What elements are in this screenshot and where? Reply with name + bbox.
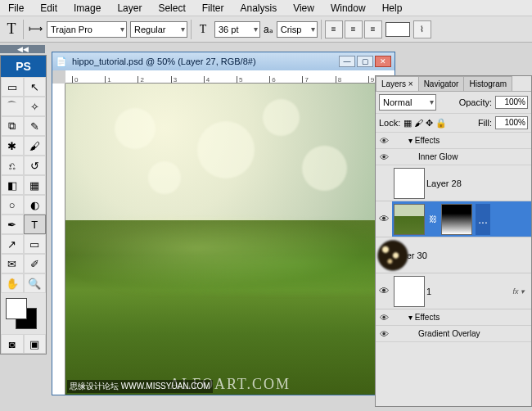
blend-mode-dropdown[interactable]: Normal [379,94,436,111]
tool-preset-icon[interactable]: T [3,21,20,38]
history-brush-tool[interactable]: ↺ [24,156,47,175]
font-size-dropdown[interactable]: 36 pt [214,21,260,38]
close-button[interactable]: ✕ [375,56,391,67]
layers-panel: Layers × Navigator Histogram Normal Opac… [375,75,532,407]
effects-row[interactable]: 👁 ▾ Effects [376,309,531,326]
pen-tool[interactable]: ✒ [1,215,24,234]
visibility-toggle[interactable]: 👁 [376,329,392,339]
layer-name[interactable]: 1 [426,287,431,296]
tab-histogram[interactable]: Histogram [463,76,512,91]
gradient-tool[interactable]: ▦ [24,175,47,195]
warp-text-button[interactable]: ⌇ [413,20,431,38]
maximize-button[interactable]: ▢ [357,56,373,67]
layer-thumbnail[interactable] [394,168,425,199]
notes-tool[interactable]: ✉ [1,254,24,273]
tab-navigator[interactable]: Navigator [418,76,465,91]
layer-thumbnail[interactable] [394,276,425,307]
visibility-toggle[interactable]: 👁 [376,152,392,162]
lock-transparency-icon[interactable]: ▦ [404,118,412,129]
effects-row[interactable]: 👁 ▾ Effects [376,133,531,149]
stamp-tool[interactable]: ⎌ [1,156,24,175]
effect-gradient-overlay[interactable]: 👁 Gradient Overlay [376,326,531,342]
visibility-toggle[interactable]: 👁 [376,136,392,146]
magic-wand-tool[interactable]: ✧ [24,97,47,116]
font-style-dropdown[interactable]: Regular [130,21,187,38]
menu-edit[interactable]: Edit [32,0,65,16]
menu-window[interactable]: Window [322,0,374,16]
ruler-mark: 5 [237,76,242,83]
menu-help[interactable]: Help [374,0,411,16]
visibility-toggle[interactable]: 👁 [376,313,392,323]
fill-label: Fill: [478,118,492,128]
layer-thumbnail[interactable] [394,204,425,235]
blur-tool[interactable]: ○ [1,195,24,215]
menu-select[interactable]: Select [150,0,193,16]
zoom-tool[interactable]: 🔍 [24,273,47,293]
anti-alias-dropdown[interactable]: Crisp [277,21,318,38]
eraser-tool[interactable]: ◧ [1,175,24,195]
document-titlebar[interactable]: 📄 hippo_tutorial.psd @ 50% (Layer 27, RG… [52,52,394,70]
fx-badge[interactable]: fx ▾ [512,287,531,296]
layer-row[interactable]: 👁 1 fx ▾ [376,273,531,309]
menu-view[interactable]: View [285,0,322,16]
lock-all-icon[interactable]: 🔒 [435,118,447,129]
shape-tool[interactable]: ▭ [24,234,47,254]
minimize-button[interactable]: — [339,56,355,67]
layer-mask-thumbnail[interactable] [441,204,472,235]
separator [23,20,24,39]
ruler-mark: 4 [204,76,210,83]
effect-inner-glow[interactable]: 👁 Inner Glow [376,149,531,165]
text-color-swatch[interactable] [385,22,410,37]
ruler-mark: 0 [72,76,78,83]
crop-tool[interactable]: ⧉ [1,116,24,136]
marquee-tool[interactable]: ▭ [1,77,24,97]
ruler-mark: 8 [336,76,341,83]
color-swatches[interactable] [1,293,46,334]
layer-row-selected[interactable]: 👁 ⛓ ... [376,201,531,237]
lasso-tool[interactable]: ⌒ [1,97,24,116]
font-family-dropdown[interactable]: Trajan Pro [47,21,127,38]
layer-thumbnail[interactable] [377,240,408,271]
visibility-toggle[interactable]: 👁 [376,201,392,237]
hand-tool[interactable]: ✋ [1,273,24,293]
healing-brush-tool[interactable]: ✱ [1,136,24,156]
align-center-button[interactable]: ≡ [345,20,363,38]
lock-position-icon[interactable]: ✥ [426,118,433,129]
menu-filter[interactable]: Filter [194,0,232,16]
eyedropper-tool[interactable]: ✐ [24,254,47,273]
text-orientation-toggle[interactable]: ⟼ [27,21,43,38]
brush-tool[interactable]: 🖌 [24,136,47,156]
screenmode-toggle[interactable]: ▣ [24,334,47,354]
menu-image[interactable]: Image [65,0,109,16]
path-selection-tool[interactable]: ↗ [1,234,24,254]
layer-list: 👁 ▾ Effects 👁 Inner Glow Layer 28 👁 ⛓ ..… [376,133,531,406]
panel-tabs: Layers × Navigator Histogram [376,76,531,92]
canvas[interactable]: ALFOART.COM 思缘设计论坛 WWW.MISSYUAN.COM [65,84,394,395]
align-right-button[interactable]: ≡ [364,20,382,38]
visibility-toggle[interactable] [376,165,392,201]
lock-image-icon[interactable]: 🖌 [414,118,423,129]
menu-file[interactable]: File [0,0,32,16]
mask-link-icon[interactable]: ⛓ [429,215,437,224]
opacity-input[interactable]: 100% [495,96,528,109]
layer-more-button[interactable]: ... [476,204,490,235]
visibility-toggle[interactable]: 👁 [376,273,392,309]
slice-tool[interactable]: ✎ [24,116,47,136]
foreground-color-swatch[interactable] [6,298,27,319]
layer-name[interactable]: Layer 28 [426,178,462,188]
fill-input[interactable]: 100% [495,116,528,129]
align-left-button[interactable]: ≡ [325,20,343,38]
menu-analysis[interactable]: Analysis [232,0,285,16]
palette-collapse-tab[interactable]: ◀◀ [0,45,45,53]
ruler-mark: 7 [302,76,308,83]
document-window: 📄 hippo_tutorial.psd @ 50% (Layer 27, RG… [52,52,395,395]
type-tool[interactable]: T [24,215,47,234]
menu-layer[interactable]: Layer [109,0,150,16]
layer-row[interactable]: 👁 Layer 30 [376,237,531,273]
quickmask-toggle[interactable]: ◙ [1,334,24,354]
layer-row[interactable]: Layer 28 [376,165,531,201]
move-tool[interactable]: ↖ [24,77,47,97]
dodge-tool[interactable]: ◐ [24,195,47,215]
tab-layers[interactable]: Layers × [376,76,419,91]
app-logo: PS [1,56,46,77]
